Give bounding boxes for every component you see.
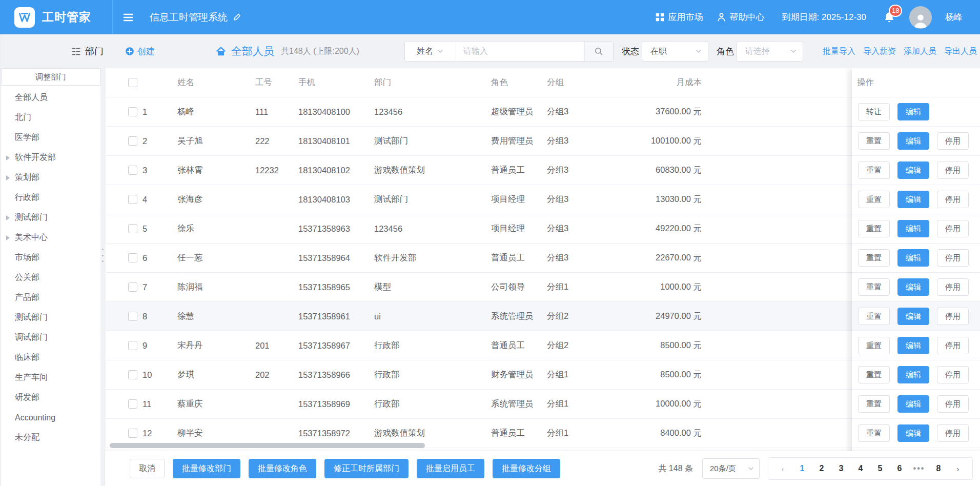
disable-button[interactable]: 停用 bbox=[937, 395, 969, 413]
dept-tree-node[interactable]: 生产车间 bbox=[1, 368, 100, 388]
row-checkbox[interactable] bbox=[128, 107, 137, 116]
reset-button[interactable]: 重置 bbox=[858, 191, 890, 208]
disable-button[interactable]: 停用 bbox=[937, 308, 969, 325]
menu-collapse-icon[interactable] bbox=[122, 11, 134, 24]
reset-button[interactable]: 重置 bbox=[858, 249, 890, 267]
disable-button[interactable]: 停用 bbox=[937, 220, 969, 237]
row-checkbox[interactable] bbox=[128, 429, 137, 438]
help-center-link[interactable]: 帮助中心 bbox=[717, 11, 765, 23]
app-market-link[interactable]: 应用市场 bbox=[655, 11, 703, 23]
dept-tree-node[interactable]: 市场部 bbox=[1, 248, 100, 268]
transfer-button[interactable]: 转让 bbox=[858, 103, 890, 120]
dept-tree-node[interactable]: 行政部 bbox=[1, 188, 100, 208]
dept-tree-node[interactable]: 全部人员 bbox=[1, 88, 100, 108]
page-number[interactable]: 5 bbox=[872, 460, 888, 477]
row-checkbox[interactable] bbox=[128, 370, 137, 379]
reset-button[interactable]: 重置 bbox=[858, 424, 890, 442]
cancel-button[interactable]: 取消 bbox=[130, 459, 165, 478]
batch-button[interactable]: 批量修改角色 bbox=[249, 459, 316, 478]
toolbar-link[interactable]: 导出人员 bbox=[944, 46, 977, 57]
user-avatar[interactable] bbox=[909, 6, 932, 29]
caret-right-icon[interactable] bbox=[6, 175, 10, 180]
toolbar-link[interactable]: 导入薪资 bbox=[863, 46, 896, 57]
dept-tree-node[interactable]: 临床部 bbox=[1, 348, 100, 368]
batch-button[interactable]: 批量修改分组 bbox=[493, 459, 560, 478]
more-pages-icon[interactable]: ••• bbox=[911, 460, 927, 477]
batch-button[interactable]: 批量修改部门 bbox=[173, 459, 240, 478]
adjust-dept-button[interactable]: 调整部门 bbox=[1, 68, 100, 86]
row-checkbox[interactable] bbox=[128, 166, 137, 175]
caret-right-icon[interactable] bbox=[6, 155, 10, 160]
page-number[interactable]: 1 bbox=[794, 460, 810, 477]
disable-button[interactable]: 停用 bbox=[937, 337, 969, 354]
row-checkbox[interactable] bbox=[128, 253, 137, 262]
row-checkbox[interactable] bbox=[128, 136, 137, 146]
edit-button[interactable]: 编辑 bbox=[897, 395, 929, 413]
dept-tree-node[interactable]: 公关部 bbox=[1, 268, 100, 288]
edit-button[interactable]: 编辑 bbox=[897, 278, 929, 296]
edit-button[interactable]: 编辑 bbox=[897, 132, 929, 150]
dept-tree-node[interactable]: 软件开发部 bbox=[1, 148, 100, 168]
edit-button[interactable]: 编辑 bbox=[897, 337, 929, 354]
row-checkbox[interactable] bbox=[128, 341, 137, 350]
edit-button[interactable]: 编辑 bbox=[897, 103, 929, 120]
caret-right-icon[interactable] bbox=[6, 235, 10, 240]
disable-button[interactable]: 停用 bbox=[937, 132, 969, 150]
search-button[interactable] bbox=[584, 42, 613, 61]
status-select[interactable]: 在职 bbox=[642, 41, 708, 62]
reset-button[interactable]: 重置 bbox=[858, 278, 890, 296]
row-checkbox[interactable] bbox=[128, 282, 137, 292]
disable-button[interactable]: 停用 bbox=[937, 249, 969, 267]
dept-tree-node[interactable]: 医学部 bbox=[1, 128, 100, 148]
edit-button[interactable]: 编辑 bbox=[897, 161, 929, 179]
search-input[interactable] bbox=[456, 42, 584, 61]
search-field-select[interactable]: 姓名 bbox=[405, 42, 456, 61]
dept-tree-node[interactable]: Accounting bbox=[1, 408, 100, 428]
edit-button[interactable]: 编辑 bbox=[897, 249, 929, 267]
batch-button[interactable]: 修正工时所属部门 bbox=[324, 459, 409, 478]
dept-tree-node[interactable]: 测试部门 bbox=[1, 208, 100, 228]
dept-tree-node[interactable]: 调试部门 bbox=[1, 328, 100, 348]
notification-bell[interactable]: 18 bbox=[883, 11, 896, 24]
reset-button[interactable]: 重置 bbox=[858, 337, 890, 354]
create-dept-button[interactable]: 创建 bbox=[125, 46, 155, 57]
edit-button[interactable]: 编辑 bbox=[897, 308, 929, 325]
dept-tree-node[interactable]: 测试部门 bbox=[1, 308, 100, 328]
prev-page-button[interactable]: ‹ bbox=[774, 460, 791, 477]
toolbar-link[interactable]: 批量导入 bbox=[823, 46, 855, 57]
dept-tree-node[interactable]: 美术中心 bbox=[1, 228, 100, 248]
reset-button[interactable]: 重置 bbox=[858, 366, 890, 383]
edit-button[interactable]: 编辑 bbox=[897, 191, 929, 208]
reset-button[interactable]: 重置 bbox=[858, 220, 890, 237]
disable-button[interactable]: 停用 bbox=[937, 366, 969, 383]
edit-title-icon[interactable] bbox=[233, 13, 241, 22]
disable-button[interactable]: 停用 bbox=[937, 191, 969, 208]
row-checkbox[interactable] bbox=[128, 312, 137, 321]
disable-button[interactable]: 停用 bbox=[937, 161, 969, 179]
disable-button[interactable]: 停用 bbox=[937, 278, 969, 296]
reset-button[interactable]: 重置 bbox=[858, 132, 890, 150]
page-number[interactable]: 3 bbox=[833, 460, 849, 477]
horizontal-scrollbar[interactable] bbox=[110, 443, 425, 448]
dept-tree-node[interactable]: 研发部 bbox=[1, 388, 100, 408]
current-username[interactable]: 杨峰 bbox=[945, 11, 963, 23]
role-select[interactable]: 请选择 bbox=[737, 41, 803, 62]
dept-tree-node[interactable]: 未分配 bbox=[1, 428, 100, 448]
page-size-select[interactable]: 20条/页 bbox=[702, 458, 760, 479]
caret-right-icon[interactable] bbox=[6, 215, 10, 220]
page-number[interactable]: 6 bbox=[891, 460, 908, 477]
current-dept-group[interactable]: 全部人员 bbox=[215, 44, 274, 58]
reset-button[interactable]: 重置 bbox=[858, 308, 890, 325]
dept-tree-node[interactable]: 产品部 bbox=[1, 288, 100, 308]
reset-button[interactable]: 重置 bbox=[858, 395, 890, 413]
disable-button[interactable]: 停用 bbox=[937, 424, 969, 442]
edit-button[interactable]: 编辑 bbox=[897, 366, 929, 383]
dept-tree-node[interactable]: 策划部 bbox=[1, 168, 100, 188]
edit-button[interactable]: 编辑 bbox=[897, 424, 929, 442]
page-number[interactable]: 8 bbox=[930, 460, 947, 477]
dept-tree-node[interactable]: 北门 bbox=[1, 108, 100, 128]
reset-button[interactable]: 重置 bbox=[858, 161, 890, 179]
select-all-checkbox[interactable] bbox=[128, 78, 137, 87]
toolbar-link[interactable]: 添加人员 bbox=[904, 46, 936, 57]
panel-resize-handle[interactable] bbox=[100, 249, 105, 262]
